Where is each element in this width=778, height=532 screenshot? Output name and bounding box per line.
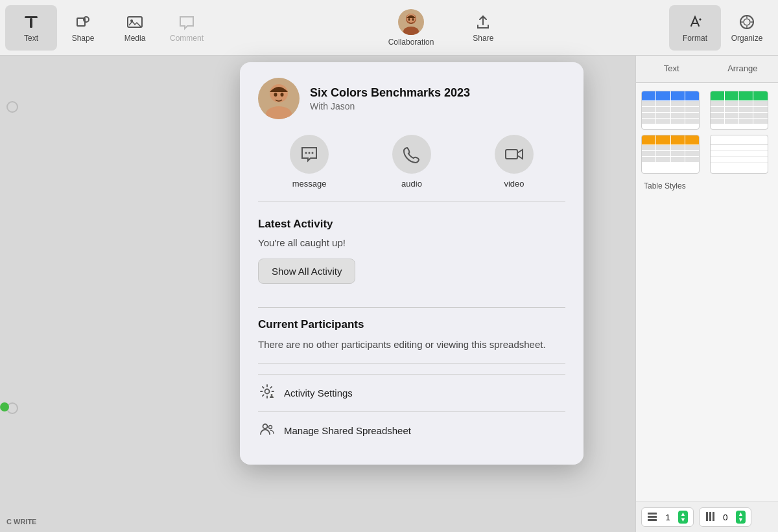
media-label: Media [124, 34, 146, 43]
avatar-figure [258, 78, 300, 119]
message-icon [300, 145, 319, 164]
toolbar-right: Format Organize [669, 5, 773, 51]
shape-icon [74, 13, 92, 31]
card-header: Six Colors Benchmarks 2023 With Jason [258, 78, 565, 119]
svg-rect-0 [25, 16, 38, 18]
organize-label: Organize [731, 34, 763, 43]
toolbar-media-button[interactable]: Media [109, 5, 161, 51]
people-icon [259, 421, 275, 437]
collaboration-label: Collaboration [388, 38, 434, 47]
svg-point-29 [271, 394, 273, 396]
message-label: message [292, 179, 327, 189]
card-subtitle: With Jason [310, 101, 470, 111]
video-label: video [504, 179, 524, 189]
activity-settings-label: Activity Settings [284, 387, 353, 399]
action-row: message audio video [258, 135, 565, 202]
share-icon [474, 13, 492, 31]
video-icon [504, 145, 524, 164]
audio-label: audio [401, 179, 422, 189]
popup-overlay: Six Colors Benchmarks 2023 With Jason me… [0, 56, 778, 532]
svg-point-20 [274, 93, 277, 97]
popup-card: Six Colors Benchmarks 2023 With Jason me… [240, 62, 584, 465]
format-icon [686, 13, 704, 31]
toolbar-comment-button[interactable]: Comment [161, 5, 213, 51]
action-audio[interactable]: audio [392, 135, 431, 189]
action-video[interactable]: video [495, 135, 534, 189]
svg-point-12 [744, 19, 750, 25]
svg-rect-1 [30, 18, 32, 28]
audio-icon-circle [392, 135, 431, 174]
text-icon [22, 13, 40, 31]
current-participants-title: Current Participants [258, 318, 565, 331]
organize-icon [738, 13, 756, 31]
action-message[interactable]: message [290, 135, 329, 189]
toolbar-collaboration-button[interactable]: Collaboration [388, 9, 434, 47]
card-title: Six Colors Benchmarks 2023 [310, 86, 470, 100]
svg-point-22 [266, 106, 292, 119]
participants-text: There are no other participants editing … [258, 338, 565, 353]
toolbar-share-button[interactable]: Share [473, 13, 493, 43]
svg-point-23 [305, 152, 307, 154]
svg-point-7 [403, 27, 419, 35]
collaboration-avatar [398, 9, 424, 35]
activity-settings-item[interactable]: Activity Settings [258, 374, 565, 411]
svg-point-24 [309, 152, 311, 154]
manage-shared-label: Manage Shared Spreadsheet [284, 425, 411, 436]
toolbar: Text Shape Media Comment [0, 0, 778, 56]
svg-point-31 [269, 425, 272, 428]
divider-2 [258, 363, 565, 364]
toolbar-format-button[interactable]: Format [669, 5, 721, 51]
shape-label: Shape [72, 34, 95, 43]
activity-settings-icon [258, 384, 276, 402]
manage-shared-icon [258, 421, 276, 440]
media-icon [126, 13, 144, 31]
video-icon-circle [495, 135, 534, 174]
toolbar-center: Collaboration Share [213, 9, 669, 47]
format-label: Format [683, 34, 707, 43]
card-title-area: Six Colors Benchmarks 2023 With Jason [310, 86, 470, 111]
gear-settings-icon [259, 384, 275, 399]
toolbar-organize-button[interactable]: Organize [721, 5, 773, 51]
latest-activity-title: Latest Activity [258, 218, 565, 231]
show-all-activity-button[interactable]: Show All Activity [258, 259, 355, 284]
svg-point-30 [263, 424, 268, 428]
phone-icon [402, 145, 421, 164]
divider-1 [258, 307, 565, 308]
svg-rect-26 [506, 150, 517, 159]
comment-label: Comment [170, 34, 204, 43]
comment-icon [178, 13, 196, 31]
caught-up-text: You're all caught up! [258, 237, 565, 248]
text-label: Text [24, 34, 38, 43]
svg-point-9 [408, 18, 410, 21]
svg-point-25 [312, 152, 314, 154]
avatar-svg [398, 9, 424, 35]
svg-point-21 [281, 93, 284, 97]
toolbar-shape-button[interactable]: Shape [57, 5, 109, 51]
toolbar-text-button[interactable]: Text [5, 5, 57, 51]
card-avatar [258, 78, 300, 119]
message-icon-circle [290, 135, 329, 174]
svg-point-10 [412, 18, 414, 21]
svg-point-27 [265, 389, 270, 393]
manage-shared-item[interactable]: Manage Shared Spreadsheet [258, 411, 565, 449]
share-label: Share [473, 34, 493, 43]
